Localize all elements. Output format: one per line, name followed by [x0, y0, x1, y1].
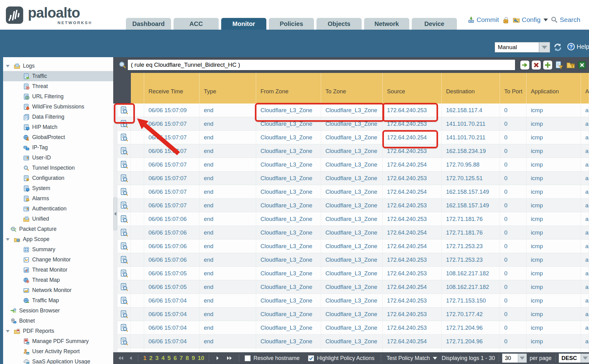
column-header-application[interactable]: Application — [527, 73, 581, 104]
log-detail-icon[interactable] — [120, 324, 128, 332]
column-header-source[interactable]: Source — [383, 73, 442, 104]
cell-destination[interactable]: 172.70.95.88 — [442, 158, 500, 171]
page-number-2[interactable]: 2 — [149, 355, 153, 361]
cell-detail[interactable] — [118, 267, 131, 280]
sidebar-item-ip-tag[interactable]: IP-Tag — [3, 142, 113, 153]
cell-from-zone[interactable]: Cloudflare_L3_Zone — [256, 335, 321, 348]
cell-type[interactable]: end — [200, 335, 256, 348]
cell-application[interactable]: icmp — [527, 171, 581, 185]
page-number-5[interactable]: 5 — [167, 355, 171, 361]
column-header-to-port[interactable]: To Port — [500, 73, 527, 104]
cell-destination[interactable]: 162.158.234.19 — [442, 144, 500, 158]
tab-objects[interactable]: Objects — [316, 18, 362, 30]
cell-from-zone[interactable]: Cloudflare_L3_Zone — [256, 199, 321, 212]
log-detail-icon[interactable] — [120, 215, 128, 223]
column-header-receive-time[interactable]: Receive Time — [144, 73, 200, 104]
cell-source[interactable]: 172.64.240.254 — [383, 226, 442, 239]
cell-type[interactable]: end — [200, 280, 256, 294]
log-detail-icon[interactable] — [120, 188, 128, 196]
cell-destination[interactable]: 162.158.157.149 — [442, 185, 500, 198]
cell-destination[interactable]: 108.162.217.182 — [442, 267, 500, 280]
cell-type[interactable]: end — [200, 185, 256, 198]
cell-from-zone[interactable]: Cloudflare_L3_Zone — [256, 131, 321, 144]
cell-receive-time[interactable]: 06/06 15:07:04 — [144, 335, 200, 348]
page-number-7[interactable]: 7 — [179, 355, 183, 361]
cell-destination[interactable]: 162.158.157.149 — [442, 199, 500, 212]
cell-to-zone[interactable]: Cloudflare_L3_Zone — [321, 307, 383, 321]
cell-source[interactable]: 172.64.240.253 — [383, 253, 442, 266]
sidebar-item-change-monitor[interactable]: Change Monitor — [3, 255, 113, 265]
cell-to-port[interactable]: 0 — [500, 158, 527, 171]
column-header-blank[interactable] — [131, 73, 144, 104]
cell-detail[interactable] — [118, 158, 131, 171]
cell-application[interactable]: icmp — [527, 158, 581, 171]
cell-to-port[interactable]: 0 — [500, 280, 527, 294]
cell-destination[interactable]: 172.71.181.76 — [442, 212, 500, 226]
sidebar-item-pdf-reports[interactable]: PDF Reports — [3, 326, 113, 336]
sidebar-item-packet-capture[interactable]: Packet Capture — [3, 224, 113, 234]
cell-to-zone[interactable]: Cloudflare_L3_Zone — [321, 239, 383, 253]
page-number-10[interactable]: 10 — [198, 355, 204, 361]
cell-to-port[interactable]: 0 — [500, 131, 527, 144]
cell-destination[interactable]: 141.101.70.211 — [442, 131, 500, 144]
log-detail-icon[interactable] — [120, 337, 128, 345]
cell-from-zone[interactable]: Cloudflare_L3_Zone — [256, 239, 321, 253]
cell-destination[interactable]: 172.71.204.96 — [442, 335, 500, 348]
cell-to-port[interactable]: 0 — [500, 117, 527, 130]
cell-type[interactable]: end — [200, 307, 256, 321]
cell-destination[interactable]: 172.70.177.42 — [442, 307, 500, 321]
sidebar-item-manage-pdf-summary[interactable]: Manage PDF Summary — [3, 336, 113, 346]
cell-source[interactable]: 172.64.240.253 — [383, 321, 442, 334]
cell-receive-time[interactable]: 06/06 15:07:04 — [144, 294, 200, 307]
cell-application[interactable]: icmp — [527, 226, 581, 239]
cell-source[interactable]: 172.64.240.253 — [383, 294, 442, 307]
cell-to-zone[interactable]: Cloudflare_L3_Zone — [321, 267, 383, 280]
cell-to-zone[interactable]: Cloudflare_L3_Zone — [321, 226, 383, 239]
cell-to-port[interactable]: 0 — [500, 226, 527, 239]
cell-type[interactable]: end — [200, 171, 256, 185]
sidebar-item-user-id[interactable]: User-ID — [3, 153, 113, 163]
cell-to-zone[interactable]: Cloudflare_L3_Zone — [321, 253, 383, 266]
sidebar-collapse-handle[interactable] — [113, 197, 117, 231]
cell-to-port[interactable]: 0 — [500, 144, 527, 158]
cell-application[interactable]: icmp — [527, 212, 581, 226]
cell-detail[interactable] — [118, 226, 131, 239]
cell-type[interactable]: end — [200, 294, 256, 307]
cell-detail[interactable] — [118, 253, 131, 266]
sidebar-item-session-browser[interactable]: Session Browser — [3, 306, 113, 316]
cell-application[interactable]: icmp — [527, 307, 581, 321]
cell-destination[interactable]: 141.101.70.211 — [442, 117, 500, 130]
cell-receive-time[interactable]: 06/06 15:07:07 — [144, 144, 200, 158]
cell-to-zone[interactable]: Cloudflare_L3_Zone — [321, 294, 383, 307]
sort-order-dropdown-button[interactable] — [581, 353, 589, 363]
tab-device[interactable]: Device — [412, 18, 457, 30]
cell-receive-time[interactable]: 06/06 15:07:04 — [144, 307, 200, 321]
sidebar-item-url-filtering[interactable]: URL Filtering — [3, 91, 113, 102]
cell-receive-time[interactable]: 06/06 15:07:06 — [144, 226, 200, 239]
cell-from-zone[interactable]: Cloudflare_L3_Zone — [256, 158, 321, 171]
sidebar-item-saas-application-usage[interactable]: SaaS Application Usage — [3, 357, 113, 364]
cell-application[interactable]: icmp — [527, 280, 581, 294]
cell-to-port[interactable]: 0 — [500, 185, 527, 198]
cell-type[interactable]: end — [200, 158, 256, 171]
cell-detail[interactable] — [118, 144, 131, 158]
cell-source[interactable]: 172.64.240.253 — [383, 267, 442, 280]
cell-source[interactable]: 172.64.240.253 — [383, 171, 442, 185]
cell-to-port[interactable]: 0 — [500, 294, 527, 307]
cell-source[interactable]: 172.64.240.254 — [383, 239, 442, 253]
cell-from-zone[interactable]: Cloudflare_L3_Zone — [256, 253, 321, 266]
sidebar-item-wildfire-submissions[interactable]: WildFire Submissions — [3, 102, 113, 112]
cell-destination[interactable]: 172.70.125.51 — [442, 171, 500, 185]
sidebar-item-system[interactable]: System — [3, 183, 113, 193]
cell-to-zone[interactable]: Cloudflare_L3_Zone — [321, 280, 383, 294]
cell-application[interactable]: icmp — [527, 117, 581, 130]
cell-application[interactable]: icmp — [527, 239, 581, 253]
test-policy-match-button[interactable]: Test Policy Match — [387, 355, 437, 362]
cell-receive-time[interactable]: 06/06 15:07:04 — [144, 321, 200, 334]
cell-to-zone[interactable]: Cloudflare_L3_Zone — [321, 335, 383, 348]
cell-source[interactable]: 172.64.240.253 — [383, 117, 442, 130]
log-detail-icon[interactable] — [120, 242, 128, 250]
cell-to-port[interactable]: 0 — [500, 239, 527, 253]
cell-source[interactable]: 172.64.240.253 — [383, 307, 442, 321]
column-header-from-zone[interactable]: From Zone — [256, 73, 321, 104]
